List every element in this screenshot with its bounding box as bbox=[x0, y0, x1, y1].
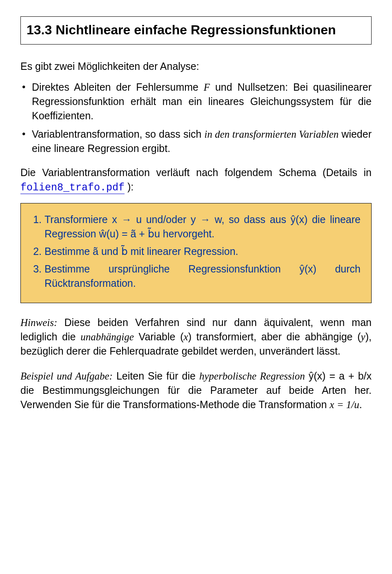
step-2-text: Bestimme ã und b̃ mit linearer Regressio… bbox=[45, 246, 238, 257]
step-2: Bestimme ã und b̃ mit linearer Regressio… bbox=[45, 244, 361, 259]
beispiel-math: x = 1/u bbox=[330, 399, 359, 410]
hinweis-y: y bbox=[361, 331, 365, 342]
beispiel-paragraph: Beispiel und Aufgabe: Leiten Sie für die… bbox=[20, 369, 372, 412]
schema-intro-a: Die Variablentransformation verläuft nac… bbox=[20, 167, 372, 178]
step-1: Transformiere x → u und/oder y → w, so d… bbox=[45, 212, 361, 241]
step-3: Bestimme ursprüngliche Regressionsfunkti… bbox=[45, 262, 361, 290]
section-title-box: 13.3 Nichtlineare einfache Regressionsfu… bbox=[20, 16, 372, 45]
hinweis-x: x bbox=[184, 331, 188, 342]
schema-intro: Die Variablentransformation verläuft nac… bbox=[20, 165, 372, 195]
transformation-steps-box: Transformiere x → u und/oder y → w, so d… bbox=[20, 203, 372, 303]
beispiel-label: Beispiel und Aufgabe: bbox=[20, 371, 113, 382]
section-title: 13.3 Nichtlineare einfache Regressionsfu… bbox=[27, 21, 365, 39]
beispiel-ital: hyperbolische Regression bbox=[199, 371, 305, 382]
step-1-text: Transformiere x → u und/oder y → w, so d… bbox=[45, 214, 361, 239]
beispiel-c: . bbox=[359, 399, 362, 410]
bullet2-text-a: Variablentransformation, so dass sich bbox=[32, 128, 204, 140]
intro-text: Es gibt zwei Möglichkeiten der Analyse: bbox=[20, 59, 372, 74]
bullet2-italic: in den transformierten Variablen bbox=[204, 129, 339, 140]
bullet-variable-transformation: Variablentransformation, so dass sich in… bbox=[20, 127, 372, 156]
pdf-link[interactable]: folien8_trafo.pdf bbox=[20, 182, 125, 194]
hinweis-label: Hinweis: bbox=[20, 317, 57, 328]
hinweis-c: ) transformiert, aber die abhängige ( bbox=[188, 331, 361, 342]
symbol-F: F bbox=[204, 82, 210, 93]
hinweis-paragraph: Hinweis: Diese beiden Verfahren sind nur… bbox=[20, 315, 372, 358]
hinweis-ital1: unabhängige bbox=[80, 331, 134, 342]
beispiel-a: Leiten Sie für die bbox=[113, 370, 199, 382]
bullet-direct-derivation: Direktes Ableiten der Fehlersumme F und … bbox=[20, 80, 372, 123]
step-3-text: Bestimme ursprüngliche Regressionsfunkti… bbox=[45, 263, 361, 289]
analysis-methods-list: Direktes Ableiten der Fehlersumme F und … bbox=[20, 80, 372, 156]
bullet1-text-a: Direktes Ableiten der Fehlersumme bbox=[32, 81, 204, 93]
schema-intro-b: ): bbox=[125, 181, 134, 192]
steps-list: Transformiere x → u und/oder y → w, so d… bbox=[31, 212, 361, 290]
hinweis-b: Variable ( bbox=[134, 331, 184, 342]
